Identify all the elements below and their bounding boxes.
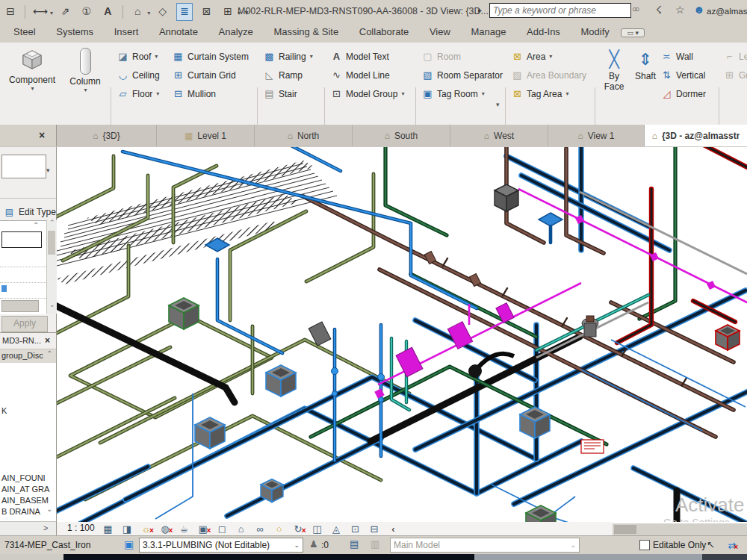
- component-dropdown[interactable]: ▾: [31, 85, 34, 92]
- tab-collaborate[interactable]: Collaborate: [350, 22, 418, 42]
- browser-item[interactable]: AIN_FOUNI: [1, 473, 46, 482]
- tab-massing-site[interactable]: Massing & Site: [264, 22, 347, 42]
- area-button[interactable]: ⊠Area▾: [511, 47, 586, 66]
- component-button[interactable]: Component ▾: [7, 46, 57, 92]
- group-collapse-icon[interactable]: ⌃: [33, 221, 39, 229]
- browser-item[interactable]: B DRAINA: [1, 507, 40, 516]
- search-icon[interactable]: ○○: [632, 4, 637, 13]
- reveal-hidden-elements-icon[interactable]: ○: [271, 523, 287, 535]
- collapse-bar-icon[interactable]: ‹: [385, 523, 401, 535]
- view-tab-level1[interactable]: ▦Level 1: [157, 125, 255, 146]
- favorites-star-icon[interactable]: ☆: [675, 4, 685, 16]
- view-tab-active[interactable]: ⌂{3D - az@almasstr: [645, 125, 747, 146]
- browser-scroll-up-icon[interactable]: ⌃: [46, 349, 52, 358]
- roof-button[interactable]: ◪Roof▾: [117, 47, 160, 66]
- user-avatar-icon[interactable]: ☻: [693, 3, 705, 16]
- locked-3d-view-icon[interactable]: ⌂: [233, 523, 249, 535]
- column-button[interactable]: Column ▾: [64, 46, 106, 93]
- browser-close-icon[interactable]: ×: [45, 335, 50, 346]
- design-option-dropdown[interactable]: Main Model ⌄: [390, 538, 580, 553]
- tab-manage[interactable]: Manage: [462, 22, 515, 42]
- editable-only-checkbox[interactable]: [639, 540, 650, 550]
- communication-center-icon[interactable]: ☇: [656, 4, 662, 16]
- scroll-up-icon[interactable]: ⌃: [49, 219, 55, 226]
- type-selector[interactable]: [1, 155, 46, 178]
- temporary-hide-isolate-icon[interactable]: ∞: [252, 523, 268, 535]
- shadows-icon[interactable]: ◍: [157, 523, 173, 535]
- editing-requests-icon[interactable]: ♟: [309, 538, 318, 550]
- model-group-button[interactable]: ⊡Model Group▾: [330, 84, 404, 103]
- search-input[interactable]: [489, 3, 631, 18]
- aligned-dimension-dropdown[interactable]: ▾: [50, 10, 53, 16]
- stair-button[interactable]: ▤Stair: [263, 84, 313, 103]
- browser-item[interactable]: AIN_BASEM: [1, 496, 49, 505]
- tab-annotate[interactable]: Annotate: [150, 22, 207, 42]
- view-tab-3d[interactable]: ⌂{3D}: [57, 125, 157, 146]
- aligned-dimension-icon[interactable]: ⟷: [31, 0, 49, 22]
- apply-button[interactable]: Apply: [1, 316, 48, 332]
- room-separator-button[interactable]: ▧Room Separator: [421, 66, 503, 84]
- view-tab-view1[interactable]: ⌂View 1: [548, 125, 645, 146]
- ceiling-button[interactable]: ◡Ceiling: [117, 66, 160, 84]
- tab-insert[interactable]: Insert: [105, 22, 148, 42]
- scrollbar-thumb[interactable]: [48, 231, 55, 255]
- properties-close-icon[interactable]: ×: [39, 129, 45, 141]
- tag-area-button[interactable]: ⊠Tag Area▾: [511, 84, 586, 103]
- model-text-button[interactable]: AModel Text: [330, 47, 404, 66]
- property-value-field[interactable]: [1, 231, 42, 248]
- dormer-opening-button[interactable]: ◿Dormer: [660, 84, 706, 103]
- by-face-button[interactable]: ╳ ByFace: [599, 49, 629, 92]
- crop-view-icon[interactable]: ▣: [195, 523, 211, 535]
- view-tab-north[interactable]: ⌂North: [255, 125, 353, 146]
- property-button-cell[interactable]: [1, 300, 39, 312]
- shaft-button[interactable]: ⇕ Shaft: [632, 49, 659, 81]
- sun-path-icon[interactable]: ☼: [138, 523, 154, 535]
- curtain-grid-button[interactable]: ⊞Curtain Grid: [172, 66, 249, 84]
- viewport-hscrollbar[interactable]: [613, 523, 747, 535]
- property-row[interactable]: [0, 267, 46, 283]
- curtain-system-button[interactable]: ▦Curtain System: [172, 47, 249, 66]
- browser-scroll-down-icon[interactable]: ⌄: [46, 505, 52, 513]
- title-flyout-arrow[interactable]: ▸: [478, 6, 482, 14]
- view-tab-west[interactable]: ⌂West: [450, 125, 548, 146]
- tab-steel[interactable]: Steel: [4, 22, 45, 42]
- measure-icon[interactable]: ⇗: [56, 0, 74, 22]
- mullion-button[interactable]: ⊟Mullion: [172, 84, 249, 103]
- panel-expand-arrow[interactable]: ▾: [496, 101, 500, 108]
- ribbon-display-toggle[interactable]: ▭ ▾: [621, 28, 645, 37]
- tag-room-button[interactable]: ▣Tag Room▾: [421, 84, 503, 103]
- visual-style-icon[interactable]: ◨: [119, 523, 134, 535]
- detail-level-icon[interactable]: ▦: [100, 523, 116, 535]
- hscrollbar-thumb[interactable]: [614, 525, 636, 534]
- floor-button[interactable]: ▱Floor▾: [117, 84, 160, 103]
- scale-button[interactable]: 1 : 100: [67, 523, 95, 533]
- scroll-down-icon[interactable]: ⌄: [49, 301, 55, 308]
- thin-lines-icon[interactable]: ≣: [176, 3, 193, 21]
- tab-modify[interactable]: Modify: [572, 22, 619, 42]
- type-selector-dropdown-icon[interactable]: ▾: [46, 167, 50, 174]
- browser-scroll-right-icon[interactable]: >: [43, 523, 48, 532]
- analytical-model-icon[interactable]: ◬: [328, 523, 344, 535]
- railing-button[interactable]: ▩Railing▾: [263, 47, 313, 66]
- browser-item[interactable]: K: [1, 406, 7, 415]
- ramp-button[interactable]: ◺Ramp: [263, 66, 313, 84]
- wall-opening-button[interactable]: ≍Wall: [660, 47, 706, 66]
- column-dropdown[interactable]: ▾: [84, 87, 87, 93]
- reveal-constraints-icon[interactable]: ⊟: [366, 523, 382, 535]
- workset-dropdown[interactable]: 3.3.1-PLUMBING (Not Editable) ⌄: [139, 538, 303, 553]
- temporary-view-properties-icon[interactable]: ◫: [309, 523, 325, 535]
- default-3d-view-icon[interactable]: ⌂: [128, 0, 146, 22]
- close-hidden-windows-icon[interactable]: ⊠: [198, 0, 216, 22]
- browser-item[interactable]: AIN_AT GRA: [1, 485, 49, 494]
- tab-view[interactable]: View: [421, 22, 459, 42]
- browser-hscrollbar[interactable]: >: [0, 521, 56, 536]
- rendering-dialog-icon[interactable]: ☕: [176, 523, 192, 535]
- tab-analyze[interactable]: Analyze: [210, 22, 262, 42]
- property-row[interactable]: [0, 251, 46, 267]
- property-row[interactable]: [0, 282, 46, 299]
- crop-region-icon[interactable]: ◻: [214, 523, 230, 535]
- switch-windows-icon[interactable]: ⊞: [219, 0, 237, 22]
- properties-scrollbar[interactable]: ⌃ ⌄: [46, 220, 57, 314]
- view-tab-south[interactable]: ⌂South: [353, 125, 450, 146]
- printer-icon[interactable]: ⊟: [1, 0, 19, 22]
